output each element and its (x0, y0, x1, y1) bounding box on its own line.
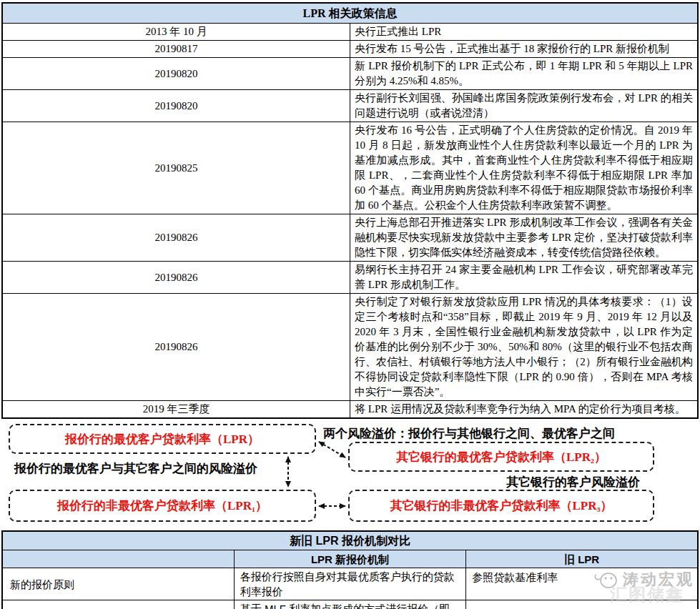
policy-date: 20190826 (2, 262, 350, 294)
comparison-header-row: LPR 新报价机制 旧 LPR (2, 550, 698, 568)
diagonal-double-arrow-icon (319, 442, 345, 457)
policy-table: LPR 相关政策信息 2013 年 10 月 央行正式推出 LPR 201908… (1, 2, 699, 419)
policy-desc: 将 LPR 运用情况及贷款利率竞争行为纳入 MPA 的定价行为项目考核。 (350, 401, 699, 419)
other-bank-nonbest-rate-box: 其它银行的非最优客户贷款利率（LPR₃） (348, 490, 654, 522)
policy-desc: 新 LPR 报价机制下的 LPR 正式公布，即 1 年期 LPR 和 5 年期以… (350, 58, 699, 90)
comparison-aspect: 新的形成方式 (2, 600, 234, 609)
policy-row: 20190826 央行制定了对银行新发放贷款应用 LPR 情况的具体考核要求：（… (2, 294, 698, 401)
policy-date: 20190826 (2, 294, 350, 401)
comparison-new-value: 各报价行按照自身对其最优质客户执行的贷款利率报价 (234, 568, 465, 600)
policy-date: 20190820 (2, 58, 350, 90)
two-risk-premiums-label: 两个风险溢价：报价行与其他银行之间、最优客户之间 (323, 425, 615, 442)
comparison-title-row: 新旧 LPR 报价机制对比 (2, 531, 698, 550)
quoting-bank-nonbest-rate-box: 报价行的非最优客户贷款利率（LPR₁） (9, 490, 316, 522)
policy-row: 20190826 央行上海总部召开推进落实 LPR 形成机制改革工作会议，强调各… (2, 214, 698, 262)
policy-desc: 央行副行长刘国强、孙国峰出席国务院政策例行发布会，对 LPR 的相关问题进行说明… (350, 90, 699, 122)
comparison-header-empty (2, 550, 234, 568)
policy-title-row: LPR 相关政策信息 (2, 3, 698, 24)
policy-row: 2013 年 10 月 央行正式推出 LPR (2, 24, 698, 41)
lpr-policy-document: { "colors": { "header_bg": "#cadcf0", "b… (0, 0, 700, 609)
quoting-bank-premium-label: 报价行的最优客户与其它客户之间的风险溢价 (14, 460, 257, 477)
policy-row: 20190820 央行副行长刘国强、孙国峰出席国务院政策例行发布会，对 LPR … (2, 90, 698, 122)
other-bank-premium-label: 其它银行的客户风险溢价 (506, 474, 640, 490)
policy-date: 20190826 (2, 214, 350, 262)
comparison-header-new: LPR 新报价机制 (234, 550, 465, 568)
policy-desc: 央行制定了对银行新发放贷款应用 LPR 情况的具体考核要求：（1）设定三个考核时… (350, 294, 699, 401)
comparison-header-old: 旧 LPR (466, 550, 698, 568)
policy-row: 2019 年三季度 将 LPR 运用情况及贷款利率竞争行为纳入 MPA 的定价行… (2, 401, 698, 419)
policy-desc: 央行正式推出 LPR (350, 24, 699, 41)
policy-desc: 央行上海总部召开推进落实 LPR 形成机制改革工作会议，强调各有关金融机构要尽快… (350, 214, 699, 262)
policy-row: 20190817 央行发布 15 号公告，正式推出基于 18 家报价行的 LPR… (2, 41, 698, 58)
comparison-table-title: 新旧 LPR 报价机制对比 (2, 531, 698, 550)
policy-row: 20190826 易纲行长主持召开 24 家主要金融机构 LPR 工作会议，研究… (2, 262, 698, 294)
policy-row: 20190825 央行发布 16 号公告，正式明确了个人住房贷款的定价情况。自 … (2, 122, 698, 214)
other-bank-best-rate-box: 其它银行的最优客户贷款利率（LPR₂） (348, 442, 654, 472)
quoting-bank-best-rate-box: 报价行的最优客户贷款利率（LPR） (9, 424, 316, 454)
comparison-old-value: 参照贷款基准利率 (466, 568, 698, 600)
comparison-row: 新的报价原则 各报价行按照自身对其最优质客户执行的贷款利率报价 参照贷款基准利率 (2, 568, 698, 600)
policy-date: 2013 年 10 月 (2, 24, 350, 41)
comparison-old-value (466, 600, 698, 609)
comparison-new-value: 基于 MLF 利率加点形成的方式进行报价（即央行既可以通过调整加点幅度，亦可以通… (234, 600, 465, 609)
policy-desc: 易纲行长主持召开 24 家主要金融机构 LPR 工作会议，研究部署改革完善 LP… (350, 262, 699, 294)
policy-date: 20190817 (2, 41, 350, 58)
policy-date: 20190820 (2, 90, 350, 122)
comparison-row: 新的形成方式 基于 MLF 利率加点形成的方式进行报价（即央行既可以通过调整加点… (2, 600, 698, 609)
policy-row: 20190820 新 LPR 报价机制下的 LPR 正式公布，即 1 年期 LP… (2, 58, 698, 90)
policy-desc: 央行发布 16 号公告，正式明确了个人住房贷款的定价情况。自 2019 年 10… (350, 122, 699, 214)
comparison-aspect: 新的报价原则 (2, 568, 234, 600)
policy-table-title: LPR 相关政策信息 (2, 3, 698, 24)
policy-date: 20190825 (2, 122, 350, 214)
comparison-table: 新旧 LPR 报价机制对比 LPR 新报价机制 旧 LPR 新的报价原则 各报价… (1, 530, 699, 609)
policy-date: 2019 年三季度 (2, 401, 350, 419)
lpr-rate-relationship-diagram: 报价行的最优客户贷款利率（LPR） 报价行的最优客户与其它客户之间的风险溢价 报… (0, 420, 700, 526)
policy-desc: 央行发布 15 号公告，正式推出基于 18 家报价行的 LPR 新报价机制 (350, 41, 699, 58)
